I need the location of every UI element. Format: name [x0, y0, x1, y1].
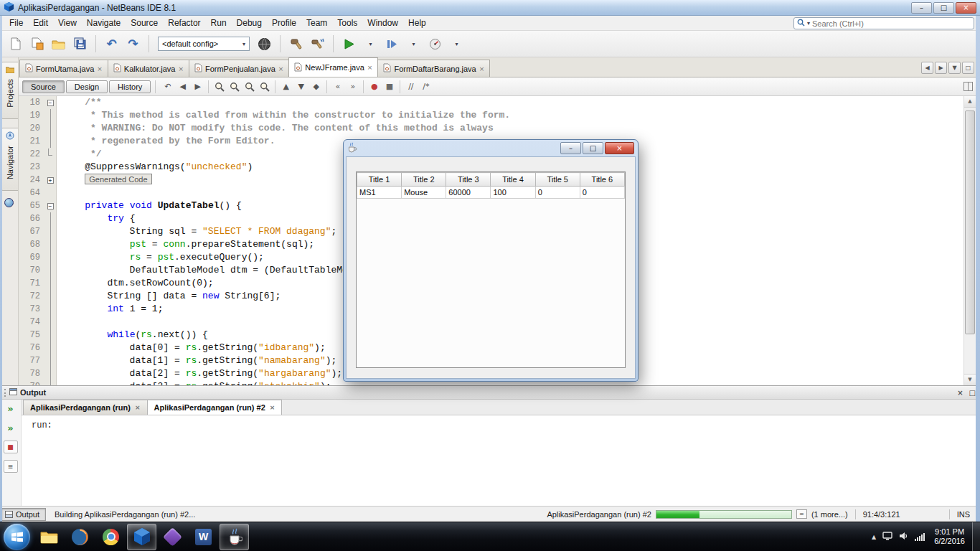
- open-project-icon[interactable]: [49, 34, 68, 54]
- minimize-button[interactable]: –: [911, 2, 932, 14]
- tray-display-icon[interactable]: [882, 532, 892, 542]
- editor-tab-FormUtama.java[interactable]: FormUtama.java×: [19, 60, 108, 77]
- tray-volume-icon[interactable]: [899, 532, 908, 542]
- table-header-cell[interactable]: Title 6: [580, 173, 624, 187]
- menu-view[interactable]: View: [53, 17, 82, 29]
- menu-navigate[interactable]: Navigate: [82, 17, 126, 29]
- save-all-icon[interactable]: [70, 34, 90, 54]
- menu-profile[interactable]: Profile: [267, 17, 301, 29]
- close-tab-icon[interactable]: ×: [178, 65, 184, 72]
- profile-dropdown-icon[interactable]: ▾: [447, 34, 466, 54]
- clean-build-icon[interactable]: [308, 34, 327, 54]
- taskbar-explorer-icon[interactable]: [34, 524, 64, 550]
- find-previous-icon[interactable]: [242, 80, 257, 94]
- editor-tab-FormPenjualan.java[interactable]: FormPenjualan.java×: [189, 60, 289, 77]
- back-icon[interactable]: ◀: [175, 80, 190, 94]
- next-bookmark-icon[interactable]: ▼: [293, 80, 308, 94]
- search-box[interactable]: ▾: [793, 17, 974, 29]
- stop-build-icon[interactable]: ■: [4, 441, 18, 453]
- taskbar-firefox-icon[interactable]: [65, 524, 95, 550]
- menu-help[interactable]: Help: [403, 17, 431, 29]
- editor-tab-Kalkulator.java[interactable]: Kalkulator.java×: [108, 60, 189, 77]
- comment-icon[interactable]: //: [403, 80, 418, 94]
- more-processes-link[interactable]: (1 more...): [811, 510, 848, 519]
- start-macro-icon[interactable]: ●: [367, 80, 382, 94]
- taskbar-purple-app-icon[interactable]: [158, 524, 187, 550]
- tray-network-icon[interactable]: [915, 533, 925, 541]
- undo-icon[interactable]: ↶: [102, 34, 121, 54]
- shift-right-icon[interactable]: »: [345, 80, 360, 94]
- frame-maximize-button[interactable]: □: [583, 142, 603, 154]
- scroll-tabs-left-icon[interactable]: ◀: [921, 62, 933, 74]
- close-tab-icon[interactable]: ×: [270, 404, 275, 411]
- table-scrollpane[interactable]: Title 1Title 2Title 3Title 4Title 5Title…: [356, 171, 626, 368]
- close-output-icon[interactable]: ×: [957, 389, 963, 397]
- toggle-highlight-icon[interactable]: [257, 80, 272, 94]
- table-cell[interactable]: MS1: [357, 187, 402, 199]
- view-button-source[interactable]: Source: [22, 80, 65, 93]
- stop-macro-icon[interactable]: ■: [382, 80, 397, 94]
- palette-icon[interactable]: [4, 198, 14, 207]
- fold-indicator[interactable]: −: [44, 199, 56, 212]
- jtable[interactable]: Title 1Title 2Title 3Title 4Title 5Title…: [357, 172, 625, 199]
- view-button-history[interactable]: History: [109, 80, 151, 93]
- new-file-icon[interactable]: [6, 34, 25, 54]
- scroll-down-icon[interactable]: ▼: [964, 374, 976, 385]
- fold-indicator[interactable]: −: [44, 96, 56, 109]
- process-list-icon[interactable]: ≡: [796, 509, 807, 519]
- close-button[interactable]: ×: [956, 2, 976, 14]
- editor-scrollbar[interactable]: ▲ ▼: [963, 96, 976, 385]
- fold-indicator[interactable]: +: [44, 174, 56, 187]
- find-next-icon[interactable]: [227, 80, 242, 94]
- table-cell[interactable]: 0: [580, 187, 624, 199]
- search-input[interactable]: [812, 19, 971, 28]
- menu-tools[interactable]: Tools: [332, 17, 362, 29]
- editor-tab-FormDaftarBarang.java[interactable]: FormDaftarBarang.java×: [377, 60, 490, 77]
- drag-grip[interactable]: [4, 389, 6, 397]
- close-tab-icon[interactable]: ×: [135, 404, 141, 411]
- code-line-18[interactable]: 18− /**: [19, 96, 963, 109]
- output-console[interactable]: run:: [22, 415, 980, 506]
- table-header-cell[interactable]: Title 5: [535, 173, 580, 187]
- rerun-debug-icon[interactable]: »: [4, 421, 18, 434]
- sidebar-tab-navigator[interactable]: Navigator: [1, 128, 18, 191]
- window-titlebar[interactable]: AplikasiPerdagangan - NetBeans IDE 8.1 –…: [0, 0, 980, 16]
- debug-dropdown-icon[interactable]: ▾: [404, 34, 423, 54]
- maximize-editor-icon[interactable]: □: [962, 62, 974, 74]
- close-tab-icon[interactable]: ×: [367, 64, 373, 71]
- menu-refactor[interactable]: Refactor: [163, 17, 205, 29]
- code-line-20[interactable]: 20 * WARNING: Do NOT modify this code. T…: [19, 122, 963, 135]
- menu-run[interactable]: Run: [206, 17, 232, 29]
- taskbar-word-icon[interactable]: W: [189, 524, 218, 550]
- tab-list-icon[interactable]: ▼: [948, 62, 961, 74]
- output-statusbar-button[interactable]: Output: [1, 508, 46, 521]
- scroll-tabs-right-icon[interactable]: ▶: [935, 62, 947, 74]
- menu-source[interactable]: Source: [126, 17, 163, 29]
- close-tab-icon[interactable]: ×: [278, 65, 284, 72]
- search-scope-caret-icon[interactable]: ▾: [807, 20, 810, 27]
- table-cell[interactable]: 60000: [446, 187, 491, 199]
- table-header-cell[interactable]: Title 3: [446, 173, 491, 187]
- find-selection-icon[interactable]: [212, 80, 227, 94]
- config-combo[interactable]: <default config>▾: [158, 37, 250, 51]
- build-project-icon[interactable]: [286, 34, 306, 54]
- table-row[interactable]: MS1Mouse6000010000: [357, 187, 625, 199]
- taskbar-netbeans-icon[interactable]: [127, 524, 156, 550]
- profile-project-icon[interactable]: [425, 34, 445, 54]
- table-header-cell[interactable]: Title 2: [402, 173, 446, 187]
- taskbar-clock[interactable]: 9:01 PM 6/2/2016: [931, 527, 968, 546]
- output-tab[interactable]: AplikasiPerdagangan (run) #2×: [147, 400, 283, 415]
- split-editor-icon[interactable]: [963, 82, 973, 91]
- maximize-button[interactable]: □: [933, 2, 954, 14]
- java-frame-titlebar[interactable]: – □ ×: [344, 140, 638, 156]
- show-desktop-button[interactable]: [972, 522, 980, 551]
- output-tab[interactable]: AplikasiPerdagangan (run)×: [23, 400, 148, 415]
- frame-minimize-button[interactable]: –: [560, 142, 581, 154]
- table-cell[interactable]: 100: [491, 187, 535, 199]
- scroll-up-icon[interactable]: ▲: [964, 96, 976, 108]
- start-button[interactable]: [4, 524, 30, 550]
- sidebar-tab-projects[interactable]: Projects: [1, 62, 18, 119]
- previous-bookmark-icon[interactable]: ▲: [278, 80, 293, 94]
- taskbar-java-app-icon[interactable]: [220, 524, 249, 550]
- table-cell[interactable]: 0: [535, 187, 580, 199]
